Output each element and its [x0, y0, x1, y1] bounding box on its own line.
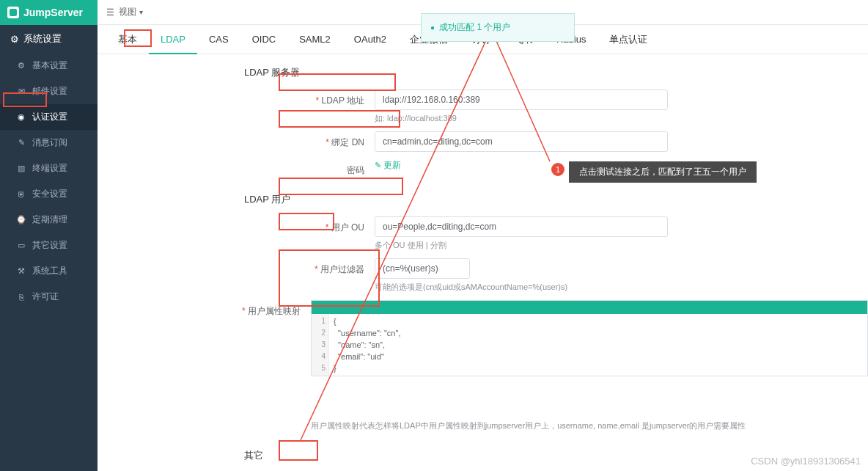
main: 视图 ▾ 基本LDAPCASOIDCSAML2OAuth2企业微信钉钉飞书Rad… [98, 0, 868, 471]
sidebar-item-label: 邮件设置 [32, 85, 67, 98]
brand-text: JumpServer [23, 7, 83, 18]
tab-LDAP[interactable]: LDAP [149, 25, 197, 54]
callout-text: 点击测试连接之后，匹配到了王五一个用户 [569, 161, 757, 183]
notification: 成功匹配 1 个用户 [421, 13, 575, 42]
section-server: LDAP 服务器 [98, 66, 868, 90]
sidebar-item-label: 系统工具 [32, 265, 67, 277]
tab-CAS[interactable]: CAS [197, 25, 240, 54]
sidebar-icon: ⛨ [16, 189, 26, 200]
code-header [312, 301, 867, 314]
tab-SAML2[interactable]: SAML2 [287, 25, 342, 54]
user-ou-input[interactable] [375, 216, 668, 237]
brand-logo: JumpServer [0, 0, 98, 25]
sidebar-item-7[interactable]: ▭其它设置 [0, 233, 98, 258]
sidebar-icon: ◉ [16, 112, 26, 123]
sidebar-item-label: 定期清理 [32, 213, 67, 226]
update-password-link[interactable]: 更新 [375, 160, 401, 170]
sidebar-item-5[interactable]: ⛨安全设置 [0, 181, 98, 207]
sidebar-item-label: 消息订阅 [32, 136, 67, 149]
label-user-filter: 用户过滤器 [98, 258, 375, 276]
sidebar-icon: ⚙ [16, 61, 26, 71]
sidebar-title: 系统设置 [0, 25, 98, 53]
sidebar-item-8[interactable]: ⚒系统工具 [0, 258, 98, 284]
sidebar-item-3[interactable]: ✎消息订阅 [0, 130, 98, 156]
sidebar-item-label: 安全设置 [32, 188, 67, 200]
attr-map-hint: 用户属性映射代表怎样将LDAP中用户属性映射到jumpserver用户上，use… [311, 420, 868, 431]
label-ldap-url: LDAP 地址 [98, 90, 375, 107]
user-filter-input[interactable] [375, 258, 470, 279]
sidebar-item-6[interactable]: ⌚定期清理 [0, 207, 98, 233]
callout-number: 1 [551, 163, 564, 176]
tab-OIDC[interactable]: OIDC [240, 25, 288, 54]
code-gutter: 12345 [312, 314, 329, 376]
attr-map-editor[interactable]: 12345 { "username": "cn", "name": "sn", … [311, 300, 868, 376]
tab-基本[interactable]: 基本 [106, 25, 149, 54]
sidebar-item-9[interactable]: ⎘许可证 [0, 284, 98, 310]
sidebar-item-2[interactable]: ◉认证设置 [0, 104, 98, 130]
sidebar-item-label: 其它设置 [32, 239, 67, 252]
tab-单点认证[interactable]: 单点认证 [597, 25, 659, 54]
sidebar-item-4[interactable]: ▥终端设置 [0, 156, 98, 181]
ldap-url-input[interactable] [375, 90, 668, 110]
content: LDAP 服务器 LDAP 地址 如: ldap://localhost:389… [98, 54, 868, 471]
label-bind-dn: 绑定 DN [98, 131, 375, 149]
sidebar-item-1[interactable]: ✉邮件设置 [0, 78, 98, 104]
sidebar-item-0[interactable]: ⚙基本设置 [0, 53, 98, 78]
sidebar-icon: ⚒ [16, 266, 26, 277]
watermark: CSDN @yhl18931306541 [751, 456, 861, 467]
code-text[interactable]: { "username": "cn", "name": "sn", "email… [329, 314, 405, 376]
user-filter-hint: 可能的选项是(cn或uid或sAMAccountName=%(user)s) [375, 282, 868, 293]
label-password: 密码 [98, 159, 375, 177]
sidebar-icon: ▭ [16, 241, 26, 251]
sidebar-icon: ▥ [16, 164, 26, 174]
sidebar-icon: ✉ [16, 87, 26, 97]
section-user: LDAP 用户 [98, 184, 868, 216]
sidebar: JumpServer 系统设置 ⚙基本设置✉邮件设置◉认证设置✎消息订阅▥终端设… [0, 0, 98, 471]
logo-icon [7, 7, 19, 18]
sidebar-item-label: 许可证 [32, 291, 59, 303]
sidebar-icon: ✎ [16, 138, 26, 148]
bind-dn-input[interactable] [375, 131, 668, 152]
ldap-url-hint: 如: ldap://localhost:389 [375, 113, 868, 124]
tab-OAuth2[interactable]: OAuth2 [342, 25, 398, 54]
sidebar-item-label: 基本设置 [32, 59, 67, 72]
sidebar-item-label: 认证设置 [32, 111, 67, 123]
view-switch[interactable]: 视图 [119, 6, 136, 18]
sidebar-icon: ⌚ [16, 215, 26, 225]
sidebar-icon: ⎘ [16, 292, 26, 302]
sidebar-item-label: 终端设置 [32, 162, 67, 175]
label-user-ou: 用户 OU [98, 216, 375, 234]
chevron-down-icon: ▾ [139, 8, 143, 16]
label-attr-map: 用户属性映射 [98, 300, 311, 318]
user-ou-hint: 多个 OU 使用 | 分割 [375, 240, 868, 251]
